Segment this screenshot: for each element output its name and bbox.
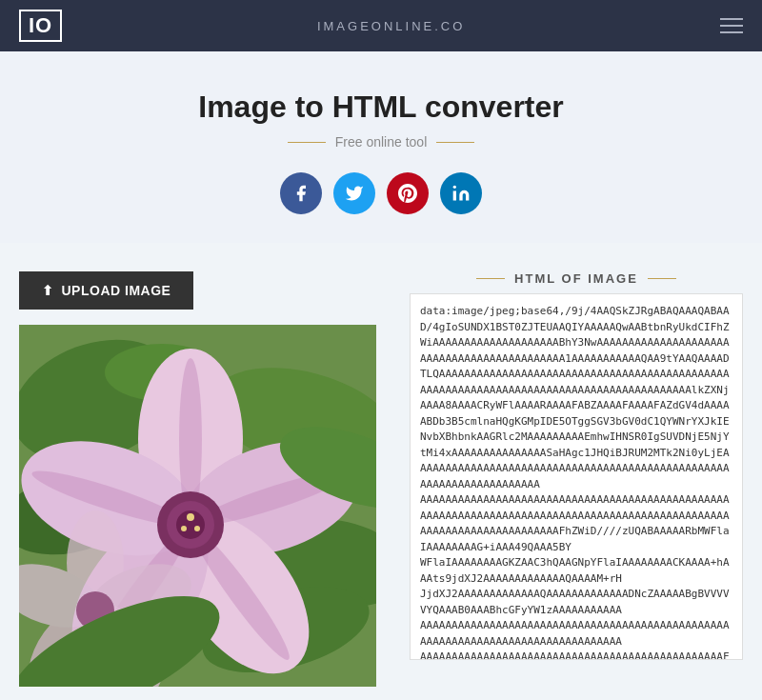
html-output-area[interactable]: data:image/jpeg;base64,/9j/4AAQSkZJRgABA… <box>410 293 743 660</box>
page-title: Image to HTML converter <box>19 90 743 125</box>
social-icons-container <box>19 172 743 214</box>
svg-point-23 <box>181 526 187 531</box>
hero-section: Image to HTML converter Free online tool <box>0 51 762 243</box>
svg-point-21 <box>187 513 194 521</box>
image-preview-container <box>19 325 376 687</box>
left-panel: ⬆ UPLOAD IMAGE <box>19 271 391 687</box>
hero-subtitle: Free online tool <box>19 134 743 150</box>
svg-point-0 <box>453 186 456 189</box>
svg-point-22 <box>194 526 200 531</box>
pinterest-button[interactable] <box>387 172 429 214</box>
navbar-site-name: IMAGEONLINE.CO <box>317 19 465 33</box>
flower-image <box>19 325 376 687</box>
menu-icon[interactable] <box>720 18 743 33</box>
upload-button-label: UPLOAD IMAGE <box>62 283 171 298</box>
upload-button[interactable]: ⬆ UPLOAD IMAGE <box>19 271 193 310</box>
main-content: ⬆ UPLOAD IMAGE <box>0 243 762 700</box>
right-panel: HTML OF IMAGE data:image/jpeg;base64,/9j… <box>410 271 743 660</box>
html-output-header: HTML OF IMAGE <box>410 271 743 286</box>
menu-bar-3 <box>720 31 743 33</box>
facebook-button[interactable] <box>280 172 322 214</box>
menu-bar-2 <box>720 25 743 27</box>
twitter-button[interactable] <box>333 172 375 214</box>
menu-bar-1 <box>720 18 743 20</box>
navbar-brand[interactable]: IO <box>19 10 62 42</box>
navbar: IO IMAGEONLINE.CO <box>0 0 762 51</box>
upload-icon: ⬆ <box>42 283 54 298</box>
linkedin-button[interactable] <box>440 172 482 214</box>
